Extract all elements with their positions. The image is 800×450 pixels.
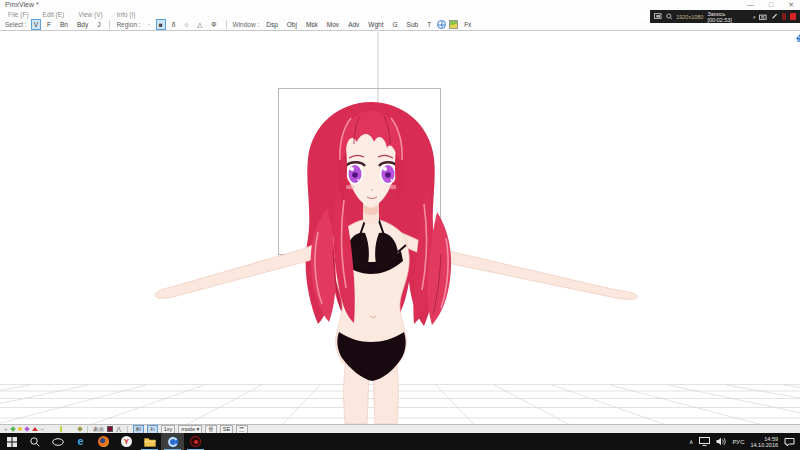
status-separator	[87, 426, 88, 433]
window-dsp-button[interactable]: Dsp	[263, 19, 281, 30]
toolbar-separator	[226, 20, 227, 29]
status-plus-icon[interactable]: +	[4, 425, 8, 433]
grid-view-icon[interactable]	[449, 20, 458, 29]
recording-status: Запись [00:02:53]	[707, 11, 749, 23]
select-face-button[interactable]: F	[44, 19, 54, 30]
window-title: PmxView *	[5, 1, 39, 8]
window-mov-button[interactable]: Mov	[324, 19, 342, 30]
status-red-triangle-icon[interactable]	[32, 427, 38, 431]
menu-view[interactable]: View (V)	[78, 10, 102, 19]
record-indicator-icon[interactable]	[790, 13, 796, 20]
maximize-button[interactable]: □	[769, 0, 773, 10]
taskbar-search-button[interactable]	[23, 433, 46, 450]
task-view-icon	[52, 438, 64, 446]
menu-edit[interactable]: Edit (E)	[43, 10, 65, 19]
title-bar: PmxView * — □ ✕	[0, 0, 800, 10]
select-label: Select :	[5, 21, 27, 28]
display-toggle[interactable]: 表示	[93, 426, 104, 433]
action-center-icon[interactable]	[784, 437, 795, 447]
eye-lower-highlight-left	[358, 179, 360, 181]
region-phi-button[interactable]: Φ	[208, 19, 219, 30]
select-vertex-button[interactable]: V	[31, 19, 41, 30]
select-joint-button[interactable]: J	[94, 19, 103, 30]
region-square-button[interactable]: ■	[156, 19, 166, 30]
taskbar-yandex-browser[interactable]: Y	[115, 433, 138, 450]
status-yellow-circle-icon[interactable]	[18, 427, 22, 431]
eye-highlight-left	[350, 167, 354, 171]
keyboard-language[interactable]: РУС	[732, 439, 744, 445]
region-lasso-button[interactable]: δ	[169, 19, 179, 30]
taskbar-file-explorer[interactable]	[138, 433, 161, 450]
status-green-diamond-icon[interactable]	[10, 426, 16, 432]
select-bone-button[interactable]: Bn	[57, 19, 71, 30]
recorder-dropdown-icon[interactable]: ▾	[753, 14, 756, 20]
minimize-button[interactable]: —	[747, 0, 754, 10]
character-model[interactable]	[155, 102, 637, 424]
status-glyph[interactable]: 八	[116, 426, 122, 433]
window-msk-button[interactable]: Msk	[303, 19, 321, 30]
windows-logo-icon	[7, 437, 17, 447]
rotate-gizmo-icon[interactable]	[796, 34, 800, 43]
taskbar-pmx-editor[interactable]	[161, 433, 184, 450]
magnifier-icon[interactable]	[666, 13, 673, 20]
menu-info[interactable]: Info (I)	[117, 10, 136, 19]
pmx-editor-window: PmxView * — □ ✕ File (F) Edit (E) View (…	[0, 0, 800, 450]
close-button[interactable]: ✕	[788, 0, 794, 10]
tray-display-icon[interactable]	[699, 437, 710, 446]
pencil-icon[interactable]	[771, 13, 778, 20]
eye-lower-highlight-right	[391, 179, 393, 181]
yandex-glyph: Y	[124, 438, 129, 446]
volume-icon[interactable]	[716, 437, 726, 446]
pupil-right	[385, 172, 391, 178]
status-bar: + ~ 表示 八 和 ¾ 1xy mode ▾ 世 SE 三	[0, 424, 800, 433]
menu-file[interactable]: File (F)	[8, 10, 29, 19]
start-button[interactable]	[0, 433, 23, 450]
select-body-button[interactable]: Bdy	[74, 19, 91, 30]
pupil-left	[352, 172, 358, 178]
folder-icon	[144, 437, 156, 447]
status-tilde-icon[interactable]: ~	[41, 425, 45, 433]
tray-date: 14.10.2016	[750, 442, 778, 448]
material-color-swatch[interactable]	[107, 426, 113, 432]
tray-chevron-icon[interactable]: ∧	[689, 438, 693, 445]
viewport-3d[interactable]	[0, 32, 800, 424]
status-olive-diamond-icon[interactable]	[77, 426, 83, 432]
status-bar-icon[interactable]	[60, 426, 62, 432]
status-purple-diamond-icon[interactable]	[24, 426, 30, 432]
nose	[371, 189, 373, 191]
yandex-browser-icon: Y	[121, 436, 132, 447]
window-obj-button[interactable]: Obj	[284, 19, 300, 30]
system-tray: ∧ РУС 14:59 14.10.2016	[689, 433, 800, 450]
display-icon[interactable]	[654, 13, 662, 20]
blush-left	[346, 185, 355, 189]
taskbar-recorder-app[interactable]	[184, 433, 207, 450]
pmx-editor-icon	[167, 436, 179, 448]
window-wght-button[interactable]: Wght	[365, 19, 386, 30]
recording-resolution: 1920x1080	[676, 14, 703, 20]
task-view-button[interactable]	[46, 433, 69, 450]
firefox-icon	[98, 436, 109, 447]
region-circle-button[interactable]: ○	[181, 19, 191, 30]
region-triangle-button[interactable]: △	[194, 19, 205, 30]
window-t-button[interactable]: T	[424, 19, 434, 30]
tray-clock[interactable]: 14:59 14.10.2016	[750, 436, 778, 448]
camera-icon[interactable]	[759, 14, 767, 20]
eye-highlight-right	[383, 167, 387, 171]
screen-recorder-overlay: 1920x1080 Запись [00:02:53] ▾	[650, 10, 800, 23]
region-dot-button[interactable]: ·	[145, 19, 153, 30]
toolbar-separator	[109, 20, 110, 29]
taskbar-firefox[interactable]	[92, 433, 115, 450]
pause-indicator-icon[interactable]	[782, 13, 787, 20]
fx-button[interactable]: Fx	[461, 19, 474, 30]
region-label: Region :	[116, 21, 140, 28]
windows-taskbar: e Y ∧ РУС 14:59 14.1	[0, 433, 800, 450]
floor-grid	[0, 385, 800, 425]
menu-bar: File (F) Edit (E) View (V) Info (I)	[0, 10, 640, 19]
window-g-button[interactable]: G	[390, 19, 401, 30]
target-view-icon[interactable]	[437, 20, 446, 29]
viewport-canvas[interactable]	[0, 32, 800, 424]
taskbar-edge[interactable]: e	[69, 433, 92, 450]
window-sub-button[interactable]: Sub	[404, 19, 422, 30]
window-adv-button[interactable]: Adv	[345, 19, 362, 30]
recorder-app-icon	[190, 436, 201, 447]
